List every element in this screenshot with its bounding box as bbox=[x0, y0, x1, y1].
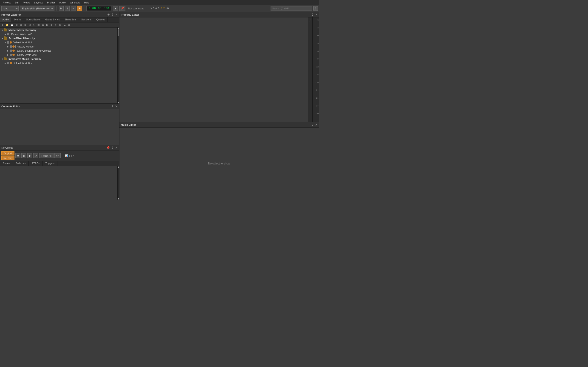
original-button[interactable]: Original bbox=[1, 151, 15, 156]
transport-icon-1[interactable]: ⟨⟨ bbox=[62, 154, 64, 157]
exp-save-btn[interactable]: 💾 bbox=[10, 23, 14, 27]
project-explorer-info-btn[interactable]: ① bbox=[107, 13, 110, 16]
scroll-down-arrow[interactable]: ▼ bbox=[118, 102, 119, 103]
tab-queries[interactable]: Queries bbox=[94, 17, 108, 22]
exp-open-btn[interactable]: 📁 bbox=[5, 23, 9, 27]
menu-windows[interactable]: Windows bbox=[68, 1, 82, 4]
property-editor-close-btn[interactable]: ✕ bbox=[315, 13, 318, 16]
language-selector[interactable]: English(US) (Reference) bbox=[20, 6, 54, 11]
transport-icon-2[interactable]: 📊 bbox=[65, 154, 68, 157]
menu-audio[interactable]: Audio bbox=[57, 1, 68, 4]
expand-icon-wu1[interactable]: ▶ bbox=[4, 33, 7, 36]
transport-pin-btn[interactable]: 📌 bbox=[106, 146, 110, 149]
tab-soundbanks[interactable]: SoundBanks bbox=[24, 17, 43, 22]
toolbar-capture-btn[interactable]: ⏹ bbox=[113, 6, 118, 11]
property-editor-help-btn[interactable]: ? bbox=[311, 13, 314, 16]
checkbox-wu3[interactable]: ✓ bbox=[7, 62, 9, 64]
tab-audio[interactable]: Audio bbox=[0, 17, 11, 22]
menu-profiler[interactable]: Profiler bbox=[45, 1, 57, 4]
tree-item-factory-soundseed[interactable]: ▶ ✓ Factory SoundSeed Air Objects bbox=[0, 49, 117, 53]
tab-events[interactable]: Events bbox=[11, 17, 24, 22]
scroll-thumb[interactable] bbox=[118, 29, 119, 36]
tree-item-interactive-music[interactable]: ▼ Interactive Music Hierarchy bbox=[0, 57, 117, 61]
toolbar-btn-wave[interactable]: ∿ bbox=[71, 6, 76, 11]
exp-btn13[interactable]: ⊞ bbox=[58, 23, 62, 27]
project-explorer-close-btn[interactable]: ✕ bbox=[115, 13, 118, 16]
tab-sessions[interactable]: Sessions bbox=[79, 17, 94, 22]
reset-all-button[interactable]: Reset All bbox=[39, 153, 53, 158]
tree-scrollbar[interactable]: ▲ ▼ bbox=[117, 27, 119, 103]
transport-icon-4[interactable]: ⌇ bbox=[71, 154, 72, 157]
toolbar-btn-s[interactable]: S bbox=[65, 6, 69, 11]
search-input[interactable] bbox=[271, 6, 312, 11]
expand-icon-master[interactable]: ▼ bbox=[1, 28, 4, 32]
exp-btn5[interactable]: ⊠ bbox=[23, 23, 27, 27]
exp-btn7[interactable]: ▷ bbox=[32, 23, 36, 27]
exp-new-btn[interactable]: ⊕ bbox=[0, 23, 5, 27]
transport-help-btn[interactable]: ? bbox=[111, 146, 114, 149]
contents-editor-close-btn[interactable]: ✕ bbox=[115, 105, 118, 108]
exp-btn15[interactable]: ⊟ bbox=[67, 23, 71, 27]
pause-button[interactable]: ⏸ bbox=[21, 153, 26, 158]
tree-item-default-wu-3[interactable]: ▶ ✓ Default Work Unit bbox=[0, 61, 117, 65]
exp-btn6[interactable]: ◁ bbox=[27, 23, 32, 27]
play-button[interactable]: ▶ bbox=[27, 153, 32, 158]
exp-btn3[interactable]: ⊞ bbox=[15, 23, 19, 27]
music-editor-help-btn[interactable]: ? bbox=[311, 123, 314, 126]
exp-btn14[interactable]: ☰ bbox=[62, 23, 67, 27]
transport-tab-triggers[interactable]: Triggers bbox=[43, 161, 57, 166]
transport-scroll-down[interactable]: ▼ bbox=[118, 198, 119, 200]
tab-sharesets[interactable]: ShareSets bbox=[62, 17, 79, 22]
toolbar-pin-btn[interactable]: 📌 bbox=[120, 6, 125, 11]
scroll-up-arrow[interactable]: ▲ bbox=[118, 27, 119, 29]
tree-item-master-mixer[interactable]: ▼ Master-Mixer Hierarchy bbox=[0, 28, 117, 32]
contents-editor-help-btn[interactable]: ? bbox=[111, 105, 114, 108]
tab-game-syncs[interactable]: Game Syncs bbox=[43, 17, 62, 22]
menu-layouts[interactable]: Layouts bbox=[32, 1, 45, 4]
checkbox-fso[interactable]: ✓ bbox=[10, 54, 12, 56]
platform-selector[interactable]: Mac Windows bbox=[1, 6, 19, 11]
project-explorer-help-btn[interactable]: ? bbox=[111, 13, 114, 16]
tree-item-default-wu-1[interactable]: ▶ ✓ Default Work Unit* bbox=[0, 32, 117, 36]
transport-scrollbar[interactable]: ▲ ▼ bbox=[117, 166, 119, 200]
checkbox-wu2[interactable]: ✓ bbox=[7, 41, 9, 44]
expand-icon-actor[interactable]: ▼ bbox=[1, 37, 4, 40]
toolbar-btn-m[interactable]: M bbox=[59, 6, 64, 11]
expand-icon-wu3[interactable]: ▶ bbox=[4, 61, 7, 65]
transport-icon-3[interactable]: ↕ bbox=[69, 154, 70, 157]
tree-item-factory-synth-one[interactable]: ▶ ✓ Factory Synth One bbox=[0, 53, 117, 57]
exp-btn9[interactable]: ⧉ bbox=[41, 23, 45, 27]
transport-tab-rtpcs[interactable]: RTPCs bbox=[29, 161, 43, 166]
stop-button[interactable]: ■ bbox=[15, 153, 20, 158]
loop-button[interactable]: ↺ bbox=[33, 153, 38, 158]
expand-icon-fss[interactable]: ▶ bbox=[6, 49, 10, 52]
expand-icon-fm[interactable]: ▶ bbox=[6, 45, 10, 48]
toolbar-btn-link[interactable]: ⊕ bbox=[77, 6, 82, 11]
exp-btn10[interactable]: ⊡ bbox=[45, 23, 49, 27]
tree-item-default-wu-2[interactable]: ▼ ✓ Default Work Unit bbox=[0, 40, 117, 44]
tree-container[interactable]: ▼ Master-Mixer Hierarchy ▶ ✓ Default Wor… bbox=[0, 27, 117, 103]
menu-views[interactable]: Views bbox=[21, 1, 32, 4]
transport-icon-5[interactable]: ∿ bbox=[73, 154, 75, 157]
exp-btn12[interactable]: ≡ bbox=[54, 23, 58, 27]
menu-help[interactable]: Help bbox=[82, 1, 91, 4]
exp-btn4[interactable]: ⊟ bbox=[19, 23, 23, 27]
transport-tab-switches[interactable]: Switches bbox=[13, 161, 29, 166]
prop-side-p[interactable]: P… bbox=[309, 18, 311, 22]
checkbox-fm[interactable]: ✓ bbox=[10, 45, 12, 48]
menu-project[interactable]: Project bbox=[1, 1, 12, 4]
next-button[interactable]: >> bbox=[54, 153, 61, 158]
music-editor-close-btn[interactable]: ✕ bbox=[315, 123, 318, 126]
transport-close-btn[interactable]: ✕ bbox=[115, 146, 118, 149]
help-button[interactable]: ? bbox=[313, 6, 318, 11]
transport-tab-states[interactable]: States bbox=[0, 161, 13, 166]
expand-icon-fso[interactable]: ▶ bbox=[6, 53, 10, 56]
inc-only-button[interactable]: Inc. Only bbox=[1, 156, 15, 160]
menu-edit[interactable]: Edit bbox=[13, 1, 21, 4]
checkbox-fss[interactable]: ✓ bbox=[10, 50, 12, 52]
tree-item-factory-motion[interactable]: ▶ ✓ Factory Motion* bbox=[0, 44, 117, 49]
transport-scroll-up[interactable]: ▲ bbox=[118, 166, 119, 168]
prop-side-menu[interactable]: ⋯ bbox=[309, 23, 311, 25]
exp-btn8[interactable]: ◫ bbox=[36, 23, 40, 27]
expand-icon-im[interactable]: ▼ bbox=[1, 57, 4, 60]
